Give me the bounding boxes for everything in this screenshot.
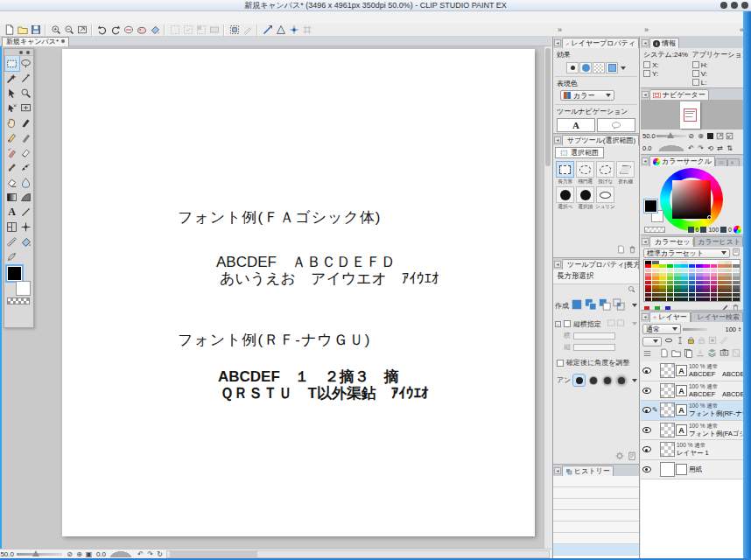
reselect-button[interactable] (181, 24, 194, 36)
color-swatch[interactable] (718, 276, 725, 280)
tool-marker[interactable] (19, 130, 33, 145)
tool-pen[interactable] (19, 116, 33, 130)
foreground-color-swatch[interactable] (7, 266, 22, 281)
rotation-slider[interactable] (109, 550, 133, 557)
layer-thumbnail[interactable] (660, 383, 675, 398)
height-input[interactable] (573, 344, 615, 351)
tab-tool-property[interactable]: ツールプロパティ[長方 (562, 259, 639, 270)
color-swatch[interactable] (667, 298, 674, 301)
color-swatch[interactable] (725, 276, 732, 280)
color-swatch[interactable] (681, 276, 688, 280)
minimize-button[interactable] (720, 2, 727, 9)
layer-row[interactable]: ✎ A 100 % 通常 フォント例(RF-ナウ (641, 401, 743, 421)
panel-collapse-icon[interactable]: ◂ (642, 39, 649, 46)
layer-row[interactable]: A 100 % 通常 ABCDEF ABCDE (641, 382, 743, 402)
make-intersect-button[interactable] (613, 298, 625, 312)
tool-fill[interactable] (19, 234, 33, 249)
snap-special-ruler-button[interactable] (274, 24, 287, 36)
effect-none-button[interactable] (566, 62, 579, 74)
color-swatch[interactable] (725, 289, 732, 292)
dock-collapse-icon-2[interactable]: » (644, 24, 649, 37)
color-swatch[interactable] (674, 293, 681, 297)
reference-layer-icon[interactable] (676, 336, 684, 346)
ruler-mask-icon[interactable] (719, 336, 728, 346)
nav-zoom-out-icon[interactable]: ⊘ (686, 131, 696, 140)
color-swatch[interactable] (711, 289, 718, 292)
color-swatch[interactable] (674, 298, 681, 301)
canvas-viewport[interactable]: フォント例(ＦＡゴシック体) ABCDEF ＡＢＣＤＥＦＤ あいうえお アイウエ… (0, 46, 551, 549)
subtool-item[interactable]: 折れ線 (615, 161, 635, 186)
color-swatch[interactable] (659, 273, 666, 276)
tool-rect-select[interactable] (5, 56, 19, 71)
nav-zoom-in-icon[interactable]: ⊕ (696, 131, 705, 140)
new-layer-icon[interactable] (660, 348, 669, 360)
selection-launcher-button[interactable] (207, 24, 221, 36)
panel-collapse-icon[interactable]: ◂ (642, 158, 649, 164)
layer-visible-icon[interactable] (641, 388, 652, 394)
color-swatch[interactable] (703, 285, 710, 289)
color-swatch[interactable] (681, 289, 688, 292)
zoom-slider[interactable] (17, 553, 62, 556)
subtool-item[interactable]: 長方形 (555, 161, 575, 186)
selection-border-button[interactable] (228, 24, 241, 36)
color-swatch[interactable] (652, 298, 659, 301)
color-swatch[interactable] (645, 264, 652, 268)
tab-info[interactable]: i情報 (649, 38, 679, 48)
color-swatch[interactable] (711, 269, 718, 272)
tool-magic-wand[interactable] (19, 71, 33, 86)
color-swatch[interactable] (718, 285, 725, 289)
color-swatch[interactable] (711, 293, 718, 297)
color-swatch[interactable] (689, 298, 696, 301)
color-swatch[interactable] (696, 276, 703, 280)
subtool-item[interactable]: 選択ペ (555, 186, 575, 211)
color-swatch[interactable] (718, 261, 725, 264)
fill-button[interactable] (148, 24, 161, 36)
aa-strong-button[interactable] (615, 374, 627, 386)
color-swatch[interactable] (667, 281, 674, 284)
color-swatch[interactable] (659, 281, 666, 284)
opacity-slider[interactable] (683, 328, 707, 331)
panel-collapse-icon[interactable]: ◂ (642, 313, 649, 320)
tool-gradient[interactable] (5, 190, 19, 205)
tab-history[interactable]: ヒストリー (562, 466, 614, 476)
color-swatch[interactable] (674, 281, 681, 284)
tab-subtool[interactable]: サブツール(選択範囲) (562, 135, 639, 145)
zoom-out-button[interactable] (62, 24, 75, 36)
sv-square[interactable] (672, 180, 711, 219)
color-swatch[interactable] (689, 281, 696, 284)
color-swatch[interactable] (652, 289, 659, 292)
aspect-checkbox[interactable] (564, 320, 571, 327)
make-add-button[interactable] (585, 298, 597, 312)
effect-more-icon[interactable] (621, 66, 626, 70)
new-canvas-button[interactable] (3, 24, 16, 36)
zoom-100-icon[interactable]: ▣ (84, 550, 94, 558)
make-more-icon[interactable] (632, 304, 637, 307)
color-swatch[interactable] (703, 269, 710, 272)
color-swatch[interactable] (703, 289, 710, 292)
color-swatch[interactable] (652, 281, 659, 284)
color-swatch[interactable] (711, 285, 718, 289)
tab-color-circle[interactable]: カラーサークル (649, 156, 715, 166)
sv-cursor[interactable] (707, 215, 712, 220)
zoom-out-icon[interactable]: ⊘ (65, 550, 74, 558)
color-swatch[interactable] (718, 298, 725, 301)
color-swatch[interactable] (733, 273, 740, 276)
color-swatch[interactable] (681, 264, 688, 268)
make-new-button[interactable] (571, 298, 583, 312)
balloon-tool-nav-button[interactable] (597, 118, 635, 132)
tab-color-history[interactable]: カラーヒストリー (694, 236, 743, 247)
color-swatch[interactable] (696, 281, 703, 284)
color-swatch[interactable] (645, 289, 652, 292)
delete-outside-button[interactable] (135, 24, 148, 36)
color-swatch[interactable] (718, 269, 725, 272)
new-folder-icon[interactable] (671, 348, 681, 360)
color-swatch[interactable] (733, 276, 740, 280)
subtool-item[interactable]: 選択消 (575, 186, 595, 211)
canvas-page[interactable]: フォント例(ＦＡゴシック体) ABCDEF ＡＢＣＤＥＦＤ あいうえお アイウエ… (62, 49, 535, 536)
rotate-left-icon[interactable]: ↶ (136, 550, 145, 558)
tab-navigator[interactable]: ナビゲーター (649, 89, 709, 100)
color-swatch[interactable] (733, 285, 740, 289)
color-swatch[interactable] (645, 293, 652, 297)
color-swatch[interactable] (711, 261, 718, 264)
color-swatch[interactable] (667, 289, 674, 292)
